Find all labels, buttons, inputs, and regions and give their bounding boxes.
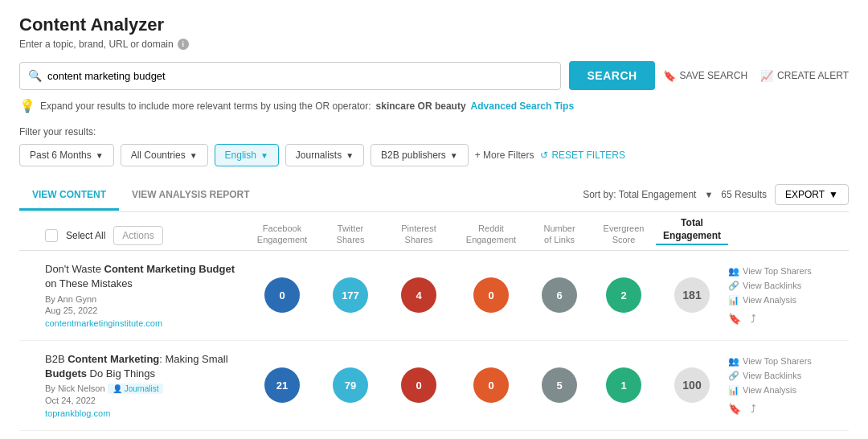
page-title: Content Analyzer <box>19 14 849 35</box>
metric-reddit-1: 0 <box>455 277 527 313</box>
bookmark-icon-2[interactable]: 🔖 <box>728 403 741 415</box>
page-subtitle: Enter a topic, brand, URL or domain i <box>19 39 849 50</box>
create-alert-button[interactable]: 📈 CREATE ALERT <box>760 70 849 82</box>
chevron-icon: ▼ <box>450 151 458 160</box>
table-row: B2B Content Marketing: Making Small Budg… <box>19 341 849 431</box>
refresh-icon: ↺ <box>540 150 548 161</box>
results-count: 65 Results <box>721 189 767 200</box>
share-icon-2[interactable]: ⤴ <box>751 403 756 415</box>
advanced-search-tips-link[interactable]: Advanced Search Tips <box>471 101 575 112</box>
article-author-2: By Nick Nelson 👤 Journalist <box>45 384 246 394</box>
header-actions: 🔖 SAVE SEARCH 📈 CREATE ALERT <box>663 70 849 82</box>
view-backlinks-2[interactable]: 🔗 View Backlinks <box>728 371 849 381</box>
article-domain-2[interactable]: toprankblog.com <box>45 408 110 418</box>
article-domain-1[interactable]: contentmarketinginstitute.com <box>45 318 162 328</box>
metric-total-2: 100 <box>656 367 728 403</box>
chevron-icon: ▼ <box>346 151 354 160</box>
chevron-icon: ▼ <box>260 151 268 160</box>
more-filters-button[interactable]: + More Filters <box>475 150 534 161</box>
select-all-checkbox[interactable] <box>45 229 58 242</box>
sort-area: Sort by: Total Engagement ▼ 65 Results E… <box>583 178 849 211</box>
filter-b2b-publishers[interactable]: B2B publishers ▼ <box>371 144 469 166</box>
view-analysis-1[interactable]: 📊 View Analysis <box>728 295 849 306</box>
view-backlinks-1[interactable]: 🔗 View Backlinks <box>728 281 849 291</box>
sort-chevron[interactable]: ▼ <box>704 190 713 199</box>
search-input[interactable] <box>47 63 552 89</box>
metric-reddit-2: 0 <box>455 367 527 403</box>
users-icon: 👥 <box>728 356 739 367</box>
col-facebook-header: FacebookEngagement <box>246 223 318 246</box>
bookmark-icon-1[interactable]: 🔖 <box>728 313 741 325</box>
col-twitter-header: TwitterShares <box>318 223 383 246</box>
search-row: 🔍 SEARCH 🔖 SAVE SEARCH 📈 CREATE ALERT <box>19 61 849 90</box>
actions-button[interactable]: Actions <box>113 226 162 245</box>
col-pinterest-header: PinterestShares <box>383 223 455 246</box>
col-reddit-header: RedditEngagement <box>455 223 527 246</box>
tab-view-content[interactable]: VIEW CONTENT <box>19 181 119 211</box>
filter-label: Filter your results: <box>19 126 849 137</box>
view-top-sharers-1[interactable]: 👥 View Top Sharers <box>728 266 849 277</box>
chevron-icon: ▼ <box>190 151 198 160</box>
article-title-1: Don't Waste Content Marketing Budget on … <box>45 262 246 291</box>
metric-total-1: 181 <box>656 277 728 313</box>
reset-filters-button[interactable]: ↺ RESET FILTERS <box>540 150 625 161</box>
metric-pinterest-2: 0 <box>383 367 455 403</box>
filter-journalists[interactable]: Journalists ▼ <box>285 144 364 166</box>
share-icon-1[interactable]: ⤴ <box>751 313 756 325</box>
metric-facebook-1: 0 <box>246 277 318 313</box>
search-button[interactable]: SEARCH <box>569 61 654 90</box>
search-input-wrap: 🔍 <box>19 62 561 90</box>
users-icon: 👥 <box>728 266 739 277</box>
app-container: Content Analyzer Enter a topic, brand, U… <box>0 0 868 439</box>
info-icon: i <box>178 39 189 50</box>
article-title-2: B2B Content Marketing: Making Small Budg… <box>45 352 246 381</box>
metric-links-1: 6 <box>527 277 592 313</box>
export-chevron-icon: ▼ <box>829 189 838 200</box>
actions-col-1: 👥 View Top Sharers 🔗 View Backlinks 📊 Vi… <box>728 266 849 325</box>
table-row: Don't Waste Content Marketing Budget on … <box>19 251 849 340</box>
filter-all-countries[interactable]: All Countries ▼ <box>121 144 208 166</box>
save-search-button[interactable]: 🔖 SAVE SEARCH <box>663 70 747 82</box>
metric-pinterest-1: 4 <box>383 277 455 313</box>
table-header: Select All Actions FacebookEngagement Tw… <box>19 212 849 251</box>
metric-evergreen-1: 2 <box>592 277 656 313</box>
chevron-icon: ▼ <box>96 151 104 160</box>
bulb-icon: 💡 <box>19 98 35 113</box>
article-info-2: B2B Content Marketing: Making Small Budg… <box>45 352 246 419</box>
link-icon: 🔗 <box>728 371 739 381</box>
suggestion-row: 💡 Expand your results to include more re… <box>19 98 849 113</box>
view-top-sharers-2[interactable]: 👥 View Top Sharers <box>728 356 849 367</box>
filter-past-6-months[interactable]: Past 6 Months ▼ <box>19 144 114 166</box>
search-icon: 🔍 <box>28 69 42 82</box>
article-author-1: By Ann Gynn <box>45 294 246 304</box>
view-analysis-2[interactable]: 📊 View Analysis <box>728 385 849 396</box>
sort-label: Sort by: Total Engagement <box>583 189 696 200</box>
journalist-badge: 👤 Journalist <box>108 384 164 394</box>
article-date-2: Oct 24, 2022 <box>45 396 246 405</box>
alert-icon: 📈 <box>760 70 773 82</box>
article-info-1: Don't Waste Content Marketing Budget on … <box>45 262 246 328</box>
filter-english[interactable]: English ▼ <box>215 144 279 166</box>
save-icon: 🔖 <box>663 70 676 82</box>
link-icon: 🔗 <box>728 281 739 291</box>
journalist-icon: 👤 <box>113 384 122 393</box>
col-links-header: Numberof Links <box>527 223 592 246</box>
tab-view-analysis[interactable]: VIEW ANALYSIS REPORT <box>119 181 262 211</box>
col-total-header: TotalEngagement <box>656 217 728 245</box>
filter-row: Past 6 Months ▼ All Countries ▼ English … <box>19 144 849 166</box>
metric-twitter-1: 177 <box>318 277 383 313</box>
export-button[interactable]: EXPORT ▼ <box>775 184 849 205</box>
metric-links-2: 5 <box>527 367 592 403</box>
tab-and-sort: VIEW CONTENT VIEW ANALYSIS REPORT Sort b… <box>19 178 849 212</box>
metric-facebook-2: 21 <box>246 367 318 403</box>
article-date-1: Aug 25, 2022 <box>45 306 246 315</box>
col-evergreen-header: EvergreenScore <box>592 223 656 246</box>
metric-twitter-2: 79 <box>318 367 383 403</box>
bar-icon: 📊 <box>728 385 739 396</box>
metric-evergreen-2: 1 <box>592 367 656 403</box>
actions-col-2: 👥 View Top Sharers 🔗 View Backlinks 📊 Vi… <box>728 356 849 415</box>
bar-icon: 📊 <box>728 295 739 306</box>
